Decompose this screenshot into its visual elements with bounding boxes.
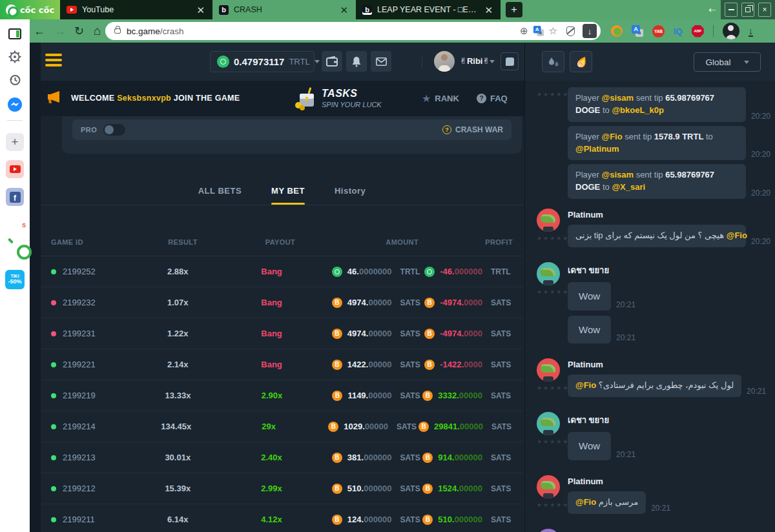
bookmark-star-icon[interactable]: ☆ [549,25,557,37]
tab-all-bets[interactable]: ALL BETS [198,186,242,205]
chat-toggle-button[interactable] [501,52,519,70]
crash-war-link[interactable]: ? CRASH WAR [442,125,503,134]
user-avatar[interactable] [537,475,560,498]
minimize-button[interactable] [725,3,738,17]
settings-gear-icon[interactable] [8,50,21,63]
dock-tabs-icon[interactable]: ⇠ [708,0,716,19]
user-avatar[interactable] [537,209,560,232]
megaphone-icon [45,90,63,107]
url-text[interactable]: bc.game/crash [127,26,515,36]
table-row[interactable]: 2199231 1.22x Bang 4974.00000 SATS -4974… [41,318,523,349]
sidebar-toggle-icon[interactable] [8,28,21,39]
translate-page-icon[interactable] [533,26,543,36]
tab-crash[interactable]: b CRASH ✕ [212,0,356,19]
extension-orange-icon[interactable] [611,25,623,37]
balance-amount: 0.47973117 [234,56,284,67]
extension-iq-icon[interactable]: IQ [674,26,683,36]
wallet-button[interactable] [322,51,342,72]
table-row[interactable]: 2199252 2.88x Bang 46.0000000 TRTL -46.0… [41,256,523,287]
currency-coin-icon [422,391,433,401]
close-tab-icon[interactable]: ✕ [338,5,349,15]
extension-translate-icon[interactable] [632,25,643,37]
balance-selector[interactable]: 0.47973117 TRTL [210,51,315,72]
tasks-chest-icon[interactable] [292,86,319,112]
user-avatar[interactable] [537,529,560,532]
table-row[interactable]: 2199211 6.14x 4.12x 124.000000 SATS 510.… [41,504,523,532]
profit-cell: -4974.0000 SATS [422,329,513,339]
downloads-icon[interactable]: ↓ [749,26,754,37]
tab-leap-year-event[interactable]: b LEAP YEAR EVENT - □Event - ✕ [356,0,501,19]
close-tab-icon[interactable]: ✕ [195,5,206,15]
new-tab-button[interactable]: + [506,2,522,17]
payout-value: Bang [211,298,332,307]
sidebar-add-button[interactable]: + [6,133,24,151]
chat-username[interactable]: Platinum [568,210,775,220]
game-status-dot [51,517,56,522]
forward-button[interactable]: → [54,19,66,43]
download-page-button[interactable]: ↓ [583,24,597,38]
chevron-down-icon[interactable] [490,60,495,63]
amount-cell: 510.000000 SATS [332,484,422,494]
home-button[interactable]: ⌂ [94,19,101,43]
chat-username[interactable]: Platinum [568,360,775,369]
add-icon[interactable]: ⊕ [520,25,528,37]
table-row[interactable]: 2199213 30.01x 2.40x 381.000000 SATS 914… [41,442,523,473]
profit-cell: 1524.00000 SATS [422,484,513,494]
tab-my-bet[interactable]: MY BET [271,186,305,205]
chat-channel-select[interactable]: Global [694,52,761,72]
currency-coin-icon [424,329,435,339]
sidebar-tiki-shortcut[interactable]: TIKI-50% [5,270,25,289]
rain-button[interactable] [542,51,564,72]
faq-link[interactable]: ? FAQ [477,81,508,116]
messages-button[interactable] [371,51,391,72]
timestamp: 20:21 [651,504,670,514]
extension-yab-icon[interactable]: YAB [652,25,665,37]
chat-username[interactable]: เดชา ขยาย [568,263,775,277]
close-window-button[interactable]: × [758,3,771,17]
chat-message-group: Fio [537,529,775,532]
reload-button[interactable]: ↻ [74,19,84,43]
payout-value: 2.40x [211,453,332,462]
currency-coin-icon [418,422,429,432]
chat-username[interactable]: เดชา ขยาย [568,413,775,427]
table-row[interactable]: 2199221 2.14x Bang 1422.00000 SATS -1422… [41,349,523,380]
table-row[interactable]: 2199212 15.39x 2.99x 510.000000 SATS 152… [41,473,523,504]
mail-icon [376,57,387,66]
menu-hamburger-icon[interactable] [45,54,62,69]
address-bar[interactable]: bc.game/crash ⊕ ☆ ↓ [105,22,601,40]
notifications-button[interactable] [346,51,367,72]
amount-cell: 1422.00000 SATS [332,360,422,370]
sidebar-youtube-shortcut[interactable] [6,160,24,178]
restore-button[interactable] [741,3,754,17]
adblock-shield-icon[interactable] [566,26,575,36]
trtl-coin-icon [217,56,229,68]
profile-avatar[interactable] [723,23,739,39]
user-stars: ★★★★★ [537,502,569,508]
user-avatar[interactable] [434,51,455,72]
tasks-label[interactable]: TASKS SPIN YOUR LUCK [322,88,382,108]
username[interactable]: ✌Ribi✌ [460,56,490,66]
sidebar-facebook-shortcut[interactable]: f [6,188,24,206]
history-icon[interactable] [8,74,21,87]
game-status-dot [51,455,56,460]
game-status-dot [51,393,56,398]
messenger-icon[interactable] [7,97,23,112]
tab-youtube[interactable]: YouTube ✕ [60,0,212,19]
user-avatar[interactable] [537,262,560,285]
user-avatar[interactable] [537,358,560,382]
rank-link[interactable]: ★ RANK [422,81,459,116]
close-tab-icon[interactable]: ✕ [483,5,494,15]
lock-icon[interactable] [114,28,121,34]
chat-bubble: @Fio لول یک نبودم، چطوری برایم فرستادی؟ [568,374,741,397]
back-button[interactable]: ← [34,19,45,43]
coindrop-button[interactable]: B [570,51,592,72]
chat-username[interactable]: Platinum [568,476,775,486]
extension-abp-icon[interactable]: ABP [692,25,704,37]
star-icon: ★ [422,92,431,105]
pro-toggle[interactable] [103,124,125,136]
table-row[interactable]: 2199219 13.33x 2.90x 1149.00000 SATS 333… [41,380,523,411]
table-row[interactable]: 2199232 1.07x Bang 4974.00000 SATS -4974… [41,287,523,318]
table-row[interactable]: 2199214 134.45x 29x 1029.00000 SATS 2984… [41,411,523,442]
user-avatar[interactable] [537,412,560,435]
tab-history[interactable]: History [335,186,366,205]
